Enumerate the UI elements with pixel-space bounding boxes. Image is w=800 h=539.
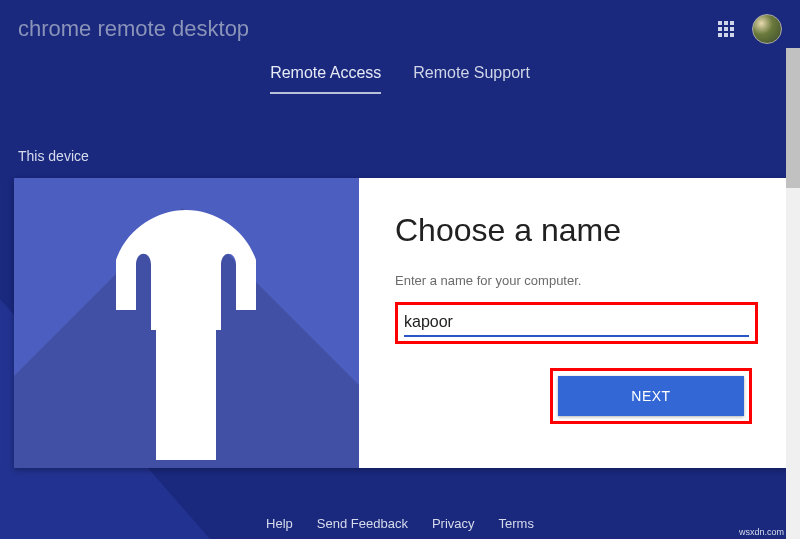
setup-card: Choose a name Enter a name for your comp… bbox=[14, 178, 786, 468]
footer-link-send-feedback[interactable]: Send Feedback bbox=[317, 516, 408, 531]
footer-link-privacy[interactable]: Privacy bbox=[432, 516, 475, 531]
footer: Help Send Feedback Privacy Terms bbox=[0, 516, 800, 531]
card-content: Choose a name Enter a name for your comp… bbox=[359, 178, 786, 468]
app-title: chrome remote desktop bbox=[18, 16, 249, 42]
avatar[interactable] bbox=[752, 14, 782, 44]
next-button[interactable]: NEXT bbox=[558, 376, 744, 416]
scrollbar-thumb[interactable] bbox=[786, 48, 800, 188]
button-highlight: NEXT bbox=[550, 368, 752, 424]
wrench-icon bbox=[106, 210, 266, 460]
app-header: chrome remote desktop bbox=[0, 0, 800, 50]
scrollbar[interactable] bbox=[786, 48, 800, 539]
input-highlight bbox=[395, 302, 758, 344]
section-label-this-device: This device bbox=[18, 148, 800, 164]
tab-remote-access[interactable]: Remote Access bbox=[270, 64, 381, 94]
card-subtitle: Enter a name for your computer. bbox=[395, 273, 758, 288]
apps-grid-icon[interactable] bbox=[718, 21, 734, 37]
tabs: Remote Access Remote Support bbox=[0, 50, 800, 94]
header-right bbox=[718, 14, 782, 44]
tab-remote-support[interactable]: Remote Support bbox=[413, 64, 530, 94]
footer-link-terms[interactable]: Terms bbox=[499, 516, 534, 531]
footer-link-help[interactable]: Help bbox=[266, 516, 293, 531]
card-illustration bbox=[14, 178, 359, 468]
watermark: wsxdn.com bbox=[739, 527, 784, 537]
card-title: Choose a name bbox=[395, 212, 758, 249]
computer-name-input[interactable] bbox=[404, 309, 749, 337]
